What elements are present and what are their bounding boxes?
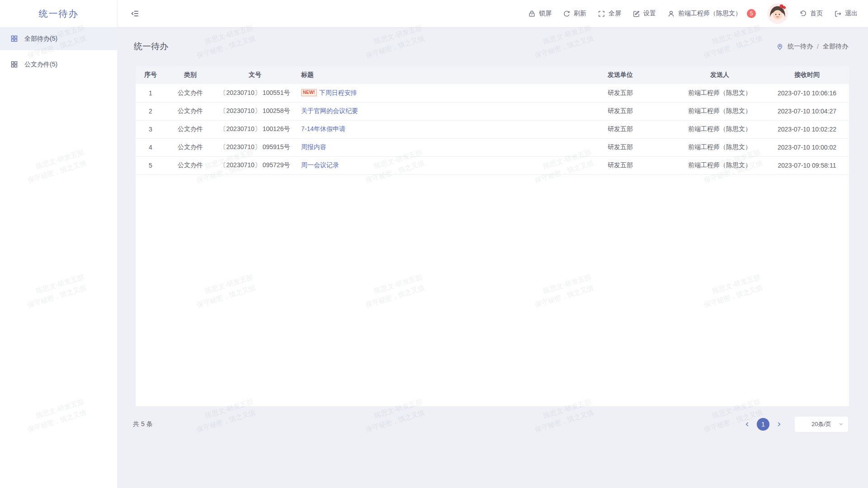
breadcrumb-root[interactable]: 统一待办 <box>788 42 813 51</box>
pagination: 1 20条/页 <box>741 417 848 432</box>
refresh-icon <box>563 10 571 18</box>
column-header: 序号 <box>136 66 165 84</box>
cell-index: 5 <box>136 156 165 174</box>
table-body: 1公文办件〔20230710〕 100551号NEW!下周日程安排研发五部前端工… <box>136 84 849 174</box>
cell-receive-time: 2023-07-10 10:00:02 <box>765 138 849 156</box>
cell-send-unit: 研发五部 <box>566 102 675 120</box>
cell-receive-time: 2023-07-10 10:02:22 <box>765 120 849 138</box>
table-row: 2公文办件〔20230710〕 100258号关于官网的会议纪要研发五部前端工程… <box>136 102 849 120</box>
cell-sender: 前端工程师（陈思文） <box>675 156 765 174</box>
cell-sender: 前端工程师（陈思文） <box>675 102 765 120</box>
edit-settings-icon <box>632 10 640 18</box>
logout-icon <box>834 10 842 18</box>
cell-sender: 前端工程师（陈思文） <box>675 84 765 102</box>
fullscreen-icon <box>598 10 605 18</box>
grid-icon <box>10 61 18 68</box>
sidebar-item-all-todo[interactable]: 全部待办(5) <box>0 27 117 50</box>
todo-count-badge: 5 <box>747 9 756 18</box>
breadcrumb-separator: / <box>817 43 819 50</box>
user-name: 前端工程师（陈思文） <box>678 9 741 18</box>
cell-sender: 前端工程师（陈思文） <box>675 120 765 138</box>
page-size-select[interactable]: 20条/页 <box>795 417 848 432</box>
doc-title-link[interactable]: 周一会议记录 <box>301 161 339 169</box>
home-label: 首页 <box>810 9 823 18</box>
user-menu[interactable]: 前端工程师（陈思文） 5 <box>667 9 756 18</box>
cell-category: 公文办件 <box>165 156 215 174</box>
app-logo: 统一待办 <box>0 0 117 27</box>
cell-category: 公文办件 <box>165 102 215 120</box>
page-number-button[interactable]: 1 <box>757 418 769 431</box>
cell-doc-number: 〔20230710〕 100126号 <box>215 120 295 138</box>
topbar: 锁屏 刷新 全屏 <box>118 0 868 27</box>
lock-screen-button[interactable]: 锁屏 <box>528 9 552 18</box>
column-header: 发送单位 <box>566 66 675 84</box>
cell-index: 4 <box>136 138 165 156</box>
sidebar-item-label: 全部待办(5) <box>24 35 57 43</box>
cell-sender: 前端工程师（陈思文） <box>675 138 765 156</box>
cell-receive-time: 2023-07-10 09:58:11 <box>765 156 849 174</box>
breadcrumb: 统一待办 / 全部待办 <box>776 42 848 51</box>
fullscreen-button[interactable]: 全屏 <box>598 9 621 18</box>
location-pin-icon <box>776 43 783 50</box>
main-area: 锁屏 刷新 全屏 <box>118 0 868 488</box>
cell-title: 周一会议记录 <box>295 156 566 174</box>
doc-title-link[interactable]: 周报内容 <box>301 143 326 150</box>
table-footer: 共 5 条 1 20条/页 <box>118 406 868 442</box>
cell-title: 7-14年休假申请 <box>295 120 566 138</box>
cell-category: 公文办件 <box>165 120 215 138</box>
cell-index: 2 <box>136 102 165 120</box>
cell-index: 3 <box>136 120 165 138</box>
doc-title-link[interactable]: 7-14年休假申请 <box>301 125 345 132</box>
content-header: 统一待办 统一待办 / 全部待办 <box>118 27 868 66</box>
cell-receive-time: 2023-07-10 10:06:16 <box>765 84 849 102</box>
lock-screen-label: 锁屏 <box>539 9 552 18</box>
table-card: 序号类别文号标题发送单位发送人接收时间 1公文办件〔20230710〕 1005… <box>136 66 849 406</box>
table-row: 4公文办件〔20230710〕 095915号周报内容研发五部前端工程师（陈思文… <box>136 138 849 156</box>
back-home-icon <box>799 10 807 18</box>
sidebar: 统一待办 全部待办(5) 公文办件(5) <box>0 0 118 488</box>
cell-doc-number: 〔20230710〕 095729号 <box>215 156 295 174</box>
grid-icon <box>10 35 18 42</box>
column-header: 标题 <box>295 66 566 84</box>
column-header: 接收时间 <box>765 66 849 84</box>
column-header: 类别 <box>165 66 215 84</box>
avatar[interactable] <box>767 3 788 24</box>
sidebar-item-official-docs[interactable]: 公文办件(5) <box>0 53 117 76</box>
cell-index: 1 <box>136 84 165 102</box>
page-title: 统一待办 <box>134 41 168 52</box>
cell-receive-time: 2023-07-10 10:04:27 <box>765 102 849 120</box>
logout-button[interactable]: 退出 <box>834 9 858 18</box>
cell-title: NEW!下周日程安排 <box>295 84 566 102</box>
total-count: 共 5 条 <box>133 420 153 428</box>
doc-title-link[interactable]: 关于官网的会议纪要 <box>301 107 358 114</box>
cell-category: 公文办件 <box>165 138 215 156</box>
cell-send-unit: 研发五部 <box>566 138 675 156</box>
cell-send-unit: 研发五部 <box>566 156 675 174</box>
todo-table: 序号类别文号标题发送单位发送人接收时间 1公文办件〔20230710〕 1005… <box>136 66 849 175</box>
next-page-button[interactable] <box>773 418 785 430</box>
table-row: 5公文办件〔20230710〕 095729号周一会议记录研发五部前端工程师（陈… <box>136 156 849 174</box>
refresh-button[interactable]: 刷新 <box>563 9 586 18</box>
logout-label: 退出 <box>845 9 858 18</box>
new-badge: NEW! <box>301 89 317 96</box>
cell-doc-number: 〔20230710〕 100258号 <box>215 102 295 120</box>
cell-doc-number: 〔20230710〕 100551号 <box>215 84 295 102</box>
app-root: 统一待办 全部待办(5) 公文办件(5) <box>0 0 868 488</box>
home-button[interactable]: 首页 <box>799 9 823 18</box>
table-header-row: 序号类别文号标题发送单位发送人接收时间 <box>136 66 849 84</box>
breadcrumb-current: 全部待办 <box>823 42 848 51</box>
sidebar-item-label: 公文办件(5) <box>24 61 57 69</box>
menu-fold-icon[interactable] <box>131 9 139 18</box>
cell-title: 关于官网的会议纪要 <box>295 102 566 120</box>
settings-button[interactable]: 设置 <box>632 9 656 18</box>
cell-send-unit: 研发五部 <box>566 120 675 138</box>
cell-send-unit: 研发五部 <box>566 84 675 102</box>
table-row: 3公文办件〔20230710〕 100126号7-14年休假申请研发五部前端工程… <box>136 120 849 138</box>
refresh-label: 刷新 <box>574 9 586 18</box>
column-header: 文号 <box>215 66 295 84</box>
lock-icon <box>528 10 536 18</box>
page-size-value: 20条/页 <box>811 420 831 428</box>
doc-title-link[interactable]: 下周日程安排 <box>319 89 357 96</box>
cell-doc-number: 〔20230710〕 095915号 <box>215 138 295 156</box>
prev-page-button[interactable] <box>741 418 753 430</box>
